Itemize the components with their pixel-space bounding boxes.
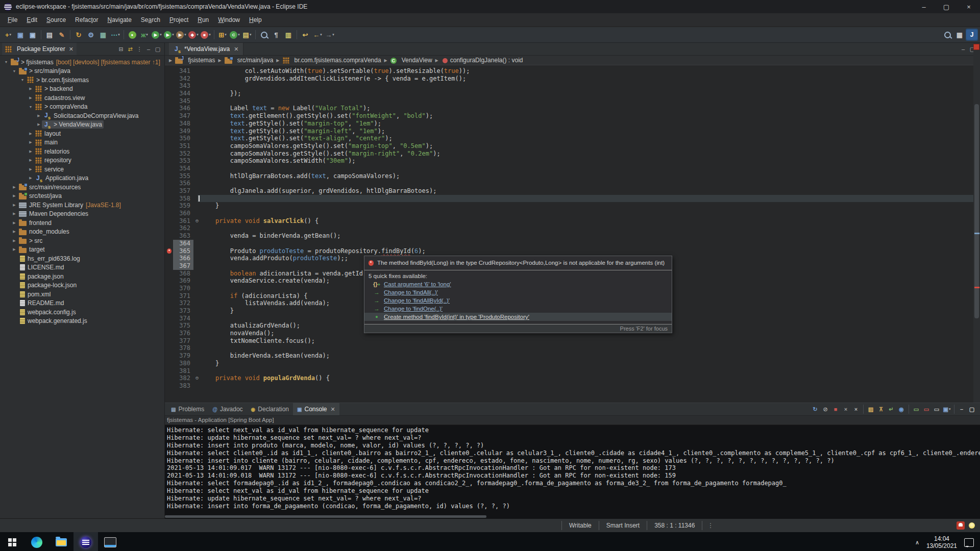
expander-icon[interactable]: ▶: [28, 158, 34, 162]
line-number[interactable]: 371: [173, 292, 193, 300]
code-line[interactable]: 348 text.getStyle().set("margin-top", "1…: [165, 120, 980, 128]
tree-item[interactable]: package.json: [0, 272, 164, 281]
spring-boot-icon[interactable]: ●: [126, 29, 138, 41]
tree-item[interactable]: ▶relatorios: [0, 147, 164, 156]
console-tab-declaration[interactable]: ◉Declaration: [247, 403, 293, 415]
console-output[interactable]: Hibernate: select next_val as id_val fro…: [165, 425, 980, 519]
code-line[interactable]: 344 });: [165, 90, 980, 97]
expander-icon[interactable]: ▶: [11, 247, 17, 252]
display-selected-console-icon[interactable]: ▭: [932, 404, 942, 414]
code-editor[interactable]: 341 col.setAutoWidth(true).setSortable(t…: [165, 65, 980, 403]
quickfix-item[interactable]: →Change to 'findAll(..)': [364, 288, 672, 296]
line-number[interactable]: 344: [173, 90, 193, 97]
line-number[interactable]: 347: [173, 112, 193, 120]
tree-item-label[interactable]: > backend: [34, 85, 75, 93]
code-line[interactable]: 341 col.setAutoWidth(true).setSortable(t…: [165, 67, 980, 75]
code-line[interactable]: 353 campoSomaValores.setWidth("30em");: [165, 157, 980, 165]
breadcrumb-item[interactable]: fjsistemas: [173, 57, 217, 64]
line-number[interactable]: 348: [173, 120, 193, 128]
tree-item-label[interactable]: service: [34, 165, 65, 173]
minimize-editor-icon[interactable]: –: [959, 44, 968, 54]
grid-view-icon[interactable]: ▦: [97, 29, 109, 41]
line-number[interactable]: 353: [173, 157, 193, 165]
error-bulb-icon[interactable]: [167, 248, 172, 254]
code-line[interactable]: 382⊖ private void populaGrdVenda() {: [165, 374, 980, 382]
line-number[interactable]: 352: [173, 150, 193, 158]
line-number[interactable]: 364: [173, 240, 193, 247]
close-icon[interactable]: ✕: [234, 46, 238, 53]
menu-source[interactable]: Source: [42, 15, 70, 25]
tree-item-label[interactable]: target: [17, 245, 46, 254]
tree-item[interactable]: ▶service: [0, 165, 164, 174]
tree-item-label[interactable]: > fjsistemas[boot] [devtools] [fjsistema…: [9, 58, 162, 66]
tree-item[interactable]: ▼> compraVenda: [0, 103, 164, 112]
expander-icon[interactable]: ▶: [11, 221, 17, 225]
tree-item-label[interactable]: pom.xml: [17, 290, 52, 298]
menu-search[interactable]: Search: [136, 15, 165, 25]
refresh-icon[interactable]: ↻: [810, 404, 820, 414]
tree-item[interactable]: ▼> fjsistemas[boot] [devtools] [fjsistem…: [0, 58, 164, 67]
tree-item[interactable]: README.md: [0, 299, 164, 308]
code-line[interactable]: 363 venda = binderVenda.getBean();: [165, 232, 980, 240]
tree-item-label[interactable]: SolicitacaoDeCompraView.java: [42, 112, 140, 120]
error-overview-tick[interactable]: [974, 287, 979, 288]
new-class-icon[interactable]: C▾: [229, 29, 241, 41]
line-number[interactable]: 370: [173, 285, 193, 292]
minimize-icon[interactable]: –: [957, 404, 967, 414]
tree-item-label[interactable]: src/main/resources: [17, 183, 82, 191]
line-number[interactable]: 376: [173, 330, 193, 337]
code-line[interactable]: 346 Label text = new Label("Valor Total"…: [165, 105, 980, 112]
tree-item-label[interactable]: package-lock.json: [17, 281, 78, 289]
tree-item-label[interactable]: Application.java: [34, 174, 90, 182]
expander-icon[interactable]: ▶: [11, 230, 17, 234]
menu-project[interactable]: Project: [165, 15, 193, 25]
tree-item-label[interactable]: node_modules: [17, 228, 71, 236]
maximize-icon[interactable]: ▢: [153, 44, 162, 54]
code-line[interactable]: 350 text.getStyle().set("text-align", "c…: [165, 135, 980, 142]
menu-refactor[interactable]: Refactor: [70, 15, 103, 25]
code-line[interactable]: 354: [165, 165, 980, 172]
show-stderr-icon[interactable]: ▭: [921, 404, 932, 414]
tree-item-label[interactable]: README.md: [17, 299, 65, 307]
tree-item[interactable]: ▶layout: [0, 129, 164, 138]
tree-item[interactable]: pom.xml: [0, 290, 164, 299]
caret-overview-tick[interactable]: [974, 233, 979, 234]
line-number[interactable]: 349: [173, 128, 193, 135]
code-line[interactable]: 361⊖ private void salvarClick() {: [165, 217, 980, 225]
terminate-icon[interactable]: ■: [830, 404, 841, 414]
console-hscrollbar[interactable]: [165, 515, 486, 518]
tree-item[interactable]: ▶cadastros.view: [0, 93, 164, 103]
menu-navigate[interactable]: Navigate: [103, 15, 136, 25]
tree-item-label[interactable]: > VendaView.java: [42, 120, 104, 129]
code-line[interactable]: 352 campoSomaValores.getStyle().set("mar…: [165, 150, 980, 158]
fold-collapse-icon[interactable]: ⊖: [193, 374, 201, 382]
show-stdout-icon[interactable]: ▭: [911, 404, 921, 414]
remove-all-terminated-icon[interactable]: ×: [851, 404, 861, 414]
code-line[interactable]: 365 Produto produtoTeste = produtoReposi…: [165, 247, 980, 255]
expander-icon[interactable]: ▶: [28, 96, 34, 100]
show-whitespace-icon[interactable]: ¶: [270, 29, 282, 41]
tree-item[interactable]: hs_err_pid6336.log: [0, 254, 164, 263]
collapse-all-icon[interactable]: ⊟: [116, 44, 126, 54]
code-line[interactable]: 357 dlgJanela.add(superior, grdVendidos,…: [165, 187, 980, 195]
code-line[interactable]: 380 }: [165, 360, 980, 367]
error-marker-gutter[interactable]: [165, 247, 173, 255]
line-number[interactable]: 358: [173, 195, 193, 203]
tree-item-label[interactable]: Maven Dependencies: [17, 210, 90, 218]
code-line[interactable]: 381: [165, 367, 980, 375]
taskbar-edge[interactable]: [24, 532, 49, 551]
line-number[interactable]: 355: [173, 172, 193, 180]
back-icon[interactable]: ←▾: [311, 29, 324, 41]
open-task-icon[interactable]: ▤▾: [241, 29, 253, 41]
line-number[interactable]: 369: [173, 277, 193, 285]
breadcrumb-item[interactable]: VendaView: [388, 57, 434, 64]
tree-item[interactable]: ▶src/main/resources: [0, 183, 164, 192]
tree-item[interactable]: ▶> backend: [0, 85, 164, 94]
code-line[interactable]: 358: [165, 195, 980, 203]
expander-icon[interactable]: ▶: [28, 140, 34, 144]
taskbar-clock[interactable]: 14:04 13/05/2021: [926, 535, 957, 549]
print-icon[interactable]: ▤: [43, 29, 56, 41]
close-icon[interactable]: ✕: [69, 46, 74, 53]
line-number[interactable]: 381: [173, 367, 193, 375]
line-number[interactable]: 346: [173, 105, 193, 112]
